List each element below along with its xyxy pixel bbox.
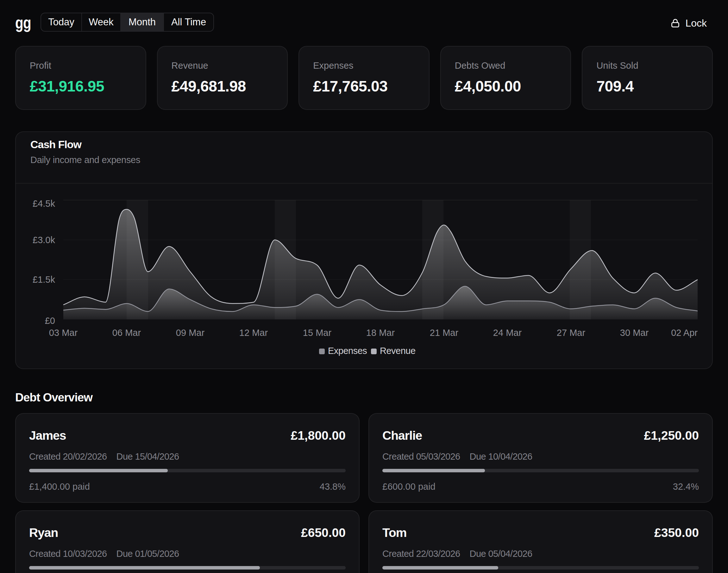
svg-text:12 Mar: 12 Mar xyxy=(239,328,268,338)
svg-text:21 Mar: 21 Mar xyxy=(430,328,459,338)
svg-text:02 Apr: 02 Apr xyxy=(671,328,697,338)
svg-text:£3.0k: £3.0k xyxy=(33,235,55,245)
svg-text:27 Mar: 27 Mar xyxy=(557,328,585,338)
svg-text:15 Mar: 15 Mar xyxy=(303,328,332,338)
svg-text:09 Mar: 09 Mar xyxy=(176,328,205,338)
svg-text:£4.5k: £4.5k xyxy=(33,199,55,209)
svg-text:03 Mar: 03 Mar xyxy=(49,328,78,338)
svg-text:24 Mar: 24 Mar xyxy=(493,328,522,338)
svg-text:Expenses: Expenses xyxy=(328,346,367,356)
svg-text:Revenue: Revenue xyxy=(380,346,415,356)
svg-text:06 Mar: 06 Mar xyxy=(112,328,141,338)
svg-text:18 Mar: 18 Mar xyxy=(366,328,395,338)
svg-text:30 Mar: 30 Mar xyxy=(620,328,649,338)
svg-text:£1.5k: £1.5k xyxy=(33,274,55,284)
svg-text:£0: £0 xyxy=(45,316,55,326)
